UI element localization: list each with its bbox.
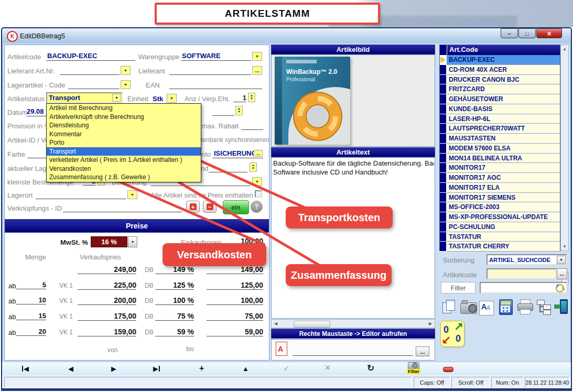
sortierung-combobox[interactable]: ARTIKEL_SUCHCODE ▼ [486,254,567,265]
artcode-row[interactable]: MONITOR17 SIEMENS [440,193,560,203]
vk-price[interactable]: 225,00 [78,281,136,290]
artcode-vscrollbar[interactable]: ▲ ▼ [560,45,569,251]
remove-link-button[interactable]: − [203,201,217,213]
alle-artikel-checkbox[interactable] [255,190,262,198]
artikelcode-search-input[interactable] [486,268,557,279]
artcode-cell[interactable]: TASTATUR CHERRY [447,242,560,252]
artcode-cell[interactable]: MONITOR17 AOC [447,173,560,183]
record-delete-dash-button[interactable] [443,367,453,372]
vk-price[interactable]: 175,00 [78,312,136,321]
lieferant-browse-button[interactable]: ... [252,66,262,75]
artcode-row[interactable]: TASTATUR [440,232,560,242]
anz-verp-stepper[interactable]: ▲ ▼ [248,93,255,102]
font-icon[interactable]: A A [479,300,496,315]
db-amount[interactable]: 100,00 [207,296,263,305]
dropdown-item[interactable]: Dienstleistung [47,121,201,130]
artcode-row[interactable]: LASER-HP-6L [440,114,560,124]
datum-field[interactable]: 29.08 [26,107,46,116]
add-link-button[interactable]: + [186,201,200,213]
print-icon[interactable] [517,299,534,314]
calculator-icon[interactable] [498,299,515,314]
nav-last-button[interactable]: ▶ [153,365,160,373]
artikelstatus-combobox[interactable]: Transport ▼ [46,92,123,103]
ein-button[interactable]: ein [223,200,249,214]
vk-price[interactable]: 200,00 [78,296,136,305]
artcode-row[interactable]: MONITOR17 AOC [440,173,560,183]
artcode-row[interactable]: MS-XP-PROFESSIONAL-UPDATE [440,212,560,222]
artikeltext-panel[interactable] [271,157,435,319]
artcode-cell[interactable]: MS-XP-PROFESSIONAL-UPDATE [447,212,560,222]
filter-button[interactable]: Filter [441,282,475,293]
menge-value[interactable]: 20 [16,328,46,336]
close-button[interactable]: × [536,28,562,38]
chevron-down-icon[interactable]: ▼ [557,256,566,264]
artcode-cell[interactable]: MAUS3TASTEN [447,134,560,144]
artcode-row[interactable]: MONITOR17 ELA [440,183,560,193]
artcode-cell[interactable]: LAUTSPRECHER70WATT [447,124,560,134]
db-amount[interactable]: 125,00 [207,281,263,290]
artcode-row[interactable]: MS-OFFICE-2003 [440,202,560,212]
artcode-cell[interactable]: DRUCKER CANON BJC [447,75,560,85]
artcode-cell[interactable]: MONITOR17 SIEMENS [447,193,560,203]
menge-value[interactable]: 10 [16,296,46,304]
db-percent[interactable]: 149 % [155,265,194,274]
artikelcode-field[interactable]: BACKUP-EXEC [46,52,135,61]
mwst-dropdown-button[interactable]: ▼ [128,236,137,247]
db-percent[interactable]: 100 % [155,296,194,305]
vk-price[interactable]: 249,00 [78,265,136,274]
verknuepfungs-id-field[interactable] [63,203,182,212]
artcode-cell[interactable]: BACKUP-EXEC [447,55,560,65]
filter-input[interactable]: ? [480,282,567,293]
nav-confirm-button[interactable]: ✓ [283,364,290,373]
pdf-icon[interactable]: A [276,342,287,356]
db-amount[interactable]: 75,00 [207,312,263,321]
maximize-button[interactable]: □ [518,28,536,38]
lieferant-artnr-dropdown-button[interactable]: ▼ [121,66,131,75]
artcode-cell[interactable]: TASTATUR [447,232,560,242]
artcode-cell[interactable]: PC-SCHULUNG [447,222,560,232]
discount-percent-icon[interactable]: 0 0 ↗ ↙ [440,321,464,347]
artcode-row[interactable]: PC-SCHULUNG [440,222,560,232]
artcode-row[interactable]: MAUS3TASTEN [440,134,560,144]
dropdown-item[interactable]: Kommentar [47,130,201,139]
mindestbestand-stepper[interactable]: ▲ ▼ [250,162,257,172]
artcode-cell[interactable]: KUNDE-BASIS [447,104,560,114]
dropdown-item[interactable]: Versandkosten [47,165,201,173]
artcode-cell[interactable]: MODEM 57600 ELSA [447,144,560,154]
artikeltext-hscrollbar[interactable]: ◀ ▶ [271,319,435,328]
nav-edit-button[interactable]: ▲ [242,365,249,373]
artcode-row[interactable]: FRITZCARD [440,84,560,94]
exit-door-icon[interactable] [554,299,570,314]
minimize-button[interactable]: – [501,28,518,38]
artcode-row[interactable]: GEHÄUSETOWER [440,94,560,104]
artcode-cell[interactable]: MON14 BELINEA ULTRA [447,154,560,164]
nav-next-button[interactable]: ▶ [111,365,116,373]
artcode-column-header[interactable]: Art.Code [447,45,560,55]
nav-prev-button[interactable]: ◀ [68,365,73,373]
nav-refresh-button[interactable]: ↻ [367,363,374,374]
dropdown-item[interactable]: verketteter Artikel ( Preis im 1.Artikel… [47,156,201,165]
lagerartikel-dropdown-button[interactable]: ▼ [121,80,131,89]
mindestbestand-field[interactable] [209,164,247,172]
max-rabatt-field[interactable] [241,121,263,130]
artcode-row[interactable]: DRUCKER CANON BJC [440,75,560,85]
nav-cancel-button[interactable]: × [325,363,330,373]
camera-icon[interactable] [460,300,477,315]
artcode-row[interactable]: MON14 BELINEA ULTRA [440,154,560,164]
scroll-right-icon[interactable]: ▶ [426,321,435,326]
lieferant-field[interactable] [169,66,251,75]
dropdown-item[interactable]: Zusammenfassung ( z.B. Gewerke ) [47,173,201,182]
artcode-cell[interactable]: MONITOR17 [447,163,560,173]
chevron-down-icon[interactable]: ▼ [112,94,121,102]
artcode-row-selected[interactable]: BACKUP-EXEC [440,55,560,65]
menge-value[interactable]: 5 [16,281,46,289]
mwst-combobox[interactable]: 16 % [91,236,127,247]
artcode-cell[interactable]: LASER-HP-6L [447,114,560,124]
artikelcode-browse-button[interactable]: ... [557,268,567,279]
konto-browse-button[interactable]: ... [254,150,263,157]
dropdown-item[interactable]: Artikel mit Berechnung [47,104,201,113]
ean-field[interactable] [169,80,262,89]
dropdown-item-selected[interactable]: Transport [47,147,201,156]
hscroll-thumb[interactable] [294,321,330,328]
artcode-row[interactable]: TASTATUR CHERRY [440,242,560,252]
